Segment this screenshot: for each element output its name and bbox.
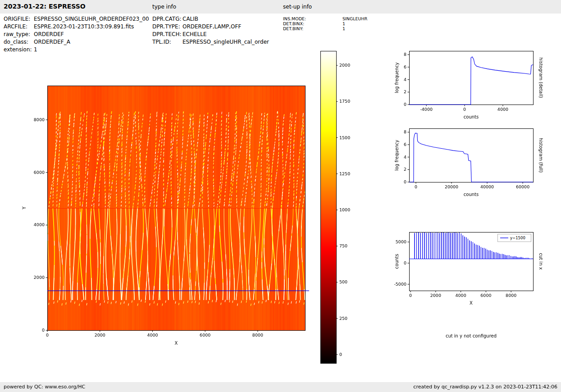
footer-credit-right: created by qc_rawdisp.py v1.2.3 on 2023-…: [413, 384, 557, 390]
svg-text:0: 0: [42, 328, 45, 333]
svg-text:0: 0: [409, 293, 412, 298]
histogram_detail-axes: -40000400002468countslog frequencyhistog…: [394, 51, 543, 120]
setup-info-heading: set-up info: [283, 4, 312, 10]
histogram_full-axes: 020000400006000002468countslog frequency…: [394, 129, 543, 197]
type-info-value: ESPRESSO_singleUHR_cal_order: [182, 39, 269, 45]
svg-text:0: 0: [404, 102, 406, 107]
file-info-block: ORIGFILE:ESPRESSO_SINGLEUHR_ORDERDEF023_…: [4, 16, 152, 56]
file-info-value: 1: [34, 46, 37, 53]
cut-in-y-message: cut in y not configured: [409, 333, 533, 338]
svg-text:6: 6: [404, 142, 406, 147]
svg-text:6000: 6000: [480, 293, 491, 298]
svg-text:250: 250: [339, 316, 347, 321]
file-info-label: raw_type:: [4, 31, 30, 37]
svg-text:0: 0: [463, 107, 466, 112]
file-info-value: ESPRESSO_SINGLEUHR_ORDERDEF023_00: [34, 16, 149, 22]
svg-text:6: 6: [404, 64, 406, 69]
svg-text:4000: 4000: [497, 107, 508, 112]
file-info-row: ARCFILE:ESPRE.2023-01-23T10:33:09.891.fi…: [4, 23, 152, 30]
file-info-row: do_class:ORDERDEF_A: [4, 39, 152, 46]
svg-text:4: 4: [404, 155, 406, 160]
svg-text:X: X: [470, 301, 473, 305]
setup-info-value: SINGLEUHR: [342, 16, 367, 21]
file-info-value: ORDERDEF: [34, 31, 64, 37]
svg-text:counts: counts: [394, 254, 399, 269]
svg-text:1500: 1500: [339, 135, 350, 140]
svg-text:40000: 40000: [480, 184, 494, 189]
raw-image-canvas: [47, 86, 305, 330]
page-title: 2023-01-22: ESPRESSO: [4, 3, 86, 10]
svg-text:2: 2: [404, 89, 406, 94]
type-info-heading: type info: [152, 4, 176, 10]
svg-text:0: 0: [404, 179, 406, 184]
svg-text:750: 750: [339, 243, 347, 248]
svg-text:8000: 8000: [252, 333, 263, 337]
svg-text:1750: 1750: [339, 99, 350, 104]
file-info-value: ESPRE.2023-01-23T10:33:09.891.fits: [34, 23, 134, 30]
type-info-row: DPR.TYPE:ORDERDEF,LAMP,OFF: [152, 23, 283, 30]
type-info-label: DPR.TECH:: [152, 31, 182, 37]
svg-text:X: X: [175, 341, 178, 346]
type-info-value: ORDERDEF,LAMP,OFF: [182, 23, 241, 30]
svg-text:2: 2: [404, 167, 406, 172]
type-info-value: ECHELLE: [182, 31, 207, 37]
svg-text:1250: 1250: [339, 171, 350, 176]
setup-info-block: INS.MODE:SINGLEUHRDET.BINX:1DET.BINY:1: [283, 16, 400, 41]
type-info-label: DPR.CATG:: [152, 16, 182, 22]
setup-info-row: DET.BINY:1: [283, 26, 400, 33]
histogram_detail-curve: [409, 57, 533, 105]
header-bar: 2023-01-22: ESPRESSO type info set-up in…: [0, 0, 561, 14]
footer-credit-left: powered by QC: www.eso.org/HC: [4, 384, 85, 390]
file-info-label: extension:: [4, 46, 32, 53]
setup-info-value: 1: [342, 21, 345, 26]
svg-text:8: 8: [404, 129, 406, 134]
type-info-row: DPR.TECH:ECHELLE: [152, 31, 283, 38]
cut_in_x-axes: 02000400060008000-500005000Xcountscut in…: [394, 232, 543, 306]
type-info-row: TPL.ID:ESPRESSO_singleUHR_cal_order: [152, 39, 283, 46]
svg-text:2000: 2000: [95, 333, 105, 337]
setup-info-label: INS.MODE:: [283, 16, 306, 21]
type-info-row: DPR.CATG:CALIB: [152, 16, 283, 23]
cut-in-x-legend: y=1500: [498, 234, 531, 242]
setup-info-label: DET.BINY:: [283, 26, 303, 31]
svg-text:6000: 6000: [34, 170, 45, 175]
file-info-row: ORIGFILE:ESPRESSO_SINGLEUHR_ORDERDEF023_…: [4, 16, 152, 23]
svg-text:4: 4: [404, 77, 406, 82]
file-info-row: raw_type:ORDERDEF: [4, 31, 152, 38]
cut-in-x-curve: [409, 232, 533, 259]
histogram_full-curve: [409, 133, 533, 182]
colorbar-canvas: [320, 51, 336, 363]
svg-text:0: 0: [46, 333, 49, 337]
footer-bar: powered by QC: www.eso.org/HC created by…: [0, 382, 561, 392]
file-info-row: extension:1: [4, 46, 152, 53]
svg-text:5000: 5000: [396, 239, 406, 244]
svg-text:counts: counts: [464, 192, 479, 197]
svg-text:4000: 4000: [34, 222, 45, 227]
svg-text:histogram (detail): histogram (detail): [538, 58, 543, 98]
svg-text:1000: 1000: [339, 207, 350, 212]
svg-text:8: 8: [404, 52, 406, 57]
svg-text:histogram (full): histogram (full): [538, 138, 543, 173]
svg-text:y=1500: y=1500: [510, 236, 525, 240]
svg-text:4000: 4000: [147, 333, 158, 337]
svg-text:-4000: -4000: [420, 107, 433, 112]
svg-text:2000: 2000: [339, 63, 350, 68]
svg-text:6000: 6000: [200, 333, 210, 337]
type-info-label: DPR.TYPE:: [152, 23, 180, 30]
qc-report-page: 2023-01-22: ESPRESSO type info set-up in…: [0, 0, 561, 392]
file-info-label: do_class:: [4, 39, 28, 45]
svg-text:8000: 8000: [506, 293, 516, 298]
svg-text:0: 0: [404, 260, 406, 265]
svg-text:Y: Y: [22, 206, 27, 210]
svg-text:0: 0: [339, 352, 342, 357]
svg-text:log frequency: log frequency: [394, 140, 399, 171]
svg-text:8000: 8000: [34, 117, 45, 122]
svg-text:20000: 20000: [445, 184, 458, 189]
file-info-label: ARCFILE:: [4, 23, 27, 30]
type-info-label: TPL.ID:: [152, 39, 171, 45]
svg-text:-5000: -5000: [394, 282, 406, 287]
svg-text:2000: 2000: [430, 293, 441, 298]
svg-text:4000: 4000: [456, 293, 466, 298]
type-info-block: DPR.CATG:CALIBDPR.TYPE:ORDERDEF,LAMP,OFF…: [152, 16, 283, 56]
svg-text:counts: counts: [464, 114, 479, 119]
